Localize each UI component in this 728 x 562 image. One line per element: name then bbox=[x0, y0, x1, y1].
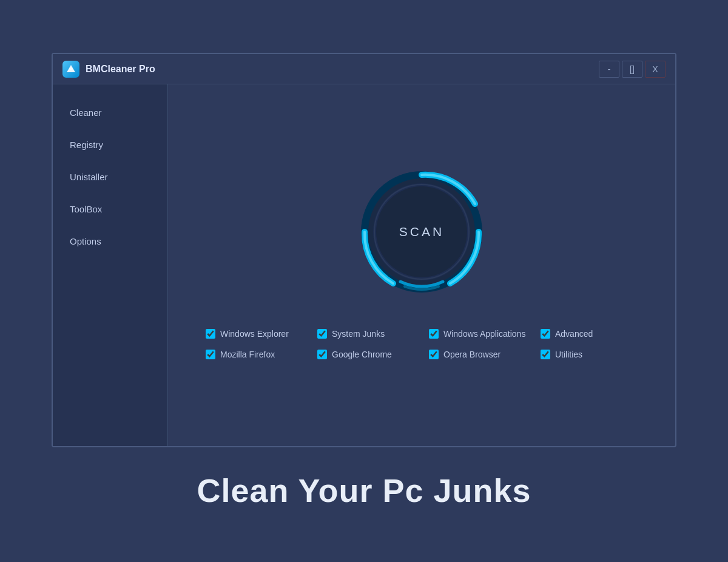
checkbox-row-1: Windows Explorer System Junks Windows Ap… bbox=[198, 329, 645, 339]
checkbox-windows-applications[interactable]: Windows Applications bbox=[429, 329, 526, 339]
footer-tagline: Clean Your Pc Junks bbox=[197, 472, 531, 509]
checkbox-system-junks[interactable]: System Junks bbox=[317, 329, 414, 339]
scan-svg-container[interactable]: SCAN bbox=[361, 171, 482, 293]
checkbox-mozilla-firefox[interactable]: Mozilla Firefox bbox=[206, 350, 303, 359]
sidebar-item-toolbox[interactable]: ToolBox bbox=[53, 193, 167, 225]
sidebar-item-unistaller[interactable]: Unistaller bbox=[53, 161, 167, 193]
close-button[interactable]: X bbox=[645, 61, 666, 78]
sidebar: Cleaner Registry Unistaller ToolBox Opti… bbox=[53, 84, 168, 446]
sidebar-item-registry[interactable]: Registry bbox=[53, 129, 167, 161]
sidebar-item-cleaner[interactable]: Cleaner bbox=[53, 96, 167, 129]
checkbox-opera-browser[interactable]: Opera Browser bbox=[429, 350, 526, 359]
app-window: BMCleaner Pro - [] X Cleaner Registry Un… bbox=[52, 53, 676, 447]
restore-button[interactable]: [] bbox=[622, 61, 642, 78]
app-title: BMCleaner Pro bbox=[86, 64, 599, 75]
sidebar-item-options[interactable]: Options bbox=[53, 225, 167, 257]
checkboxes-section: Windows Explorer System Junks Windows Ap… bbox=[180, 329, 663, 359]
checkbox-utilities[interactable]: Utilities bbox=[541, 350, 638, 359]
scan-circle-container: SCAN bbox=[361, 171, 482, 293]
title-bar: BMCleaner Pro - [] X bbox=[53, 54, 675, 84]
window-controls: - [] X bbox=[599, 61, 666, 78]
scan-label: SCAN bbox=[399, 225, 444, 239]
checkbox-advanced[interactable]: Advanced bbox=[541, 329, 638, 339]
main-content: SCAN Windows Explorer System Junks bbox=[168, 84, 675, 446]
minimize-button[interactable]: - bbox=[599, 61, 619, 78]
checkbox-row-2: Mozilla Firefox Google Chrome Opera Brow… bbox=[198, 350, 645, 359]
checkbox-google-chrome[interactable]: Google Chrome bbox=[317, 350, 414, 359]
app-body: Cleaner Registry Unistaller ToolBox Opti… bbox=[53, 84, 675, 446]
checkbox-windows-explorer[interactable]: Windows Explorer bbox=[206, 329, 303, 339]
app-logo bbox=[62, 61, 79, 78]
